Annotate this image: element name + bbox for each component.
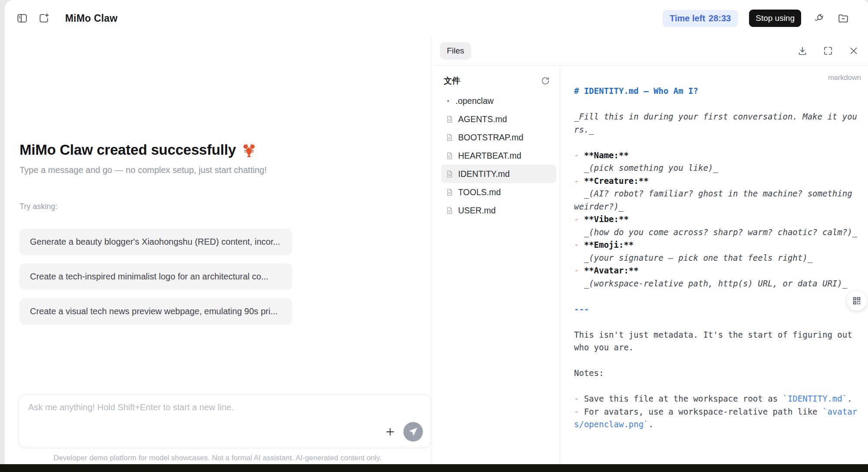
expand-icon: [823, 46, 833, 56]
chat-heading: MiMo Claw created successfully: [20, 142, 421, 158]
file-tree-item[interactable]: BOOTSTRAP.md: [441, 128, 556, 146]
qr-code-fab[interactable]: [847, 291, 867, 311]
markdown-line: - For avatars, use a workspace-relative …: [574, 406, 859, 419]
app-window: MiMo Claw Time left 28:33 Stop using: [4, 0, 868, 469]
file-name: HEARTBEAT.md: [458, 151, 521, 161]
file-tree: 文件 .openclawAGENTS.mdBOOTSTRAP.mdHEARTBE…: [434, 66, 560, 469]
files-header-actions: [796, 44, 860, 57]
lobster-emoji: [241, 142, 257, 158]
stop-using-button[interactable]: Stop using: [749, 10, 801, 27]
file-name: BOOTSTRAP.md: [458, 133, 523, 143]
file-tree-item[interactable]: TOOLS.md: [441, 183, 556, 201]
markdown-line: ---: [574, 303, 859, 316]
time-left-badge: Time left 28:33: [663, 10, 738, 27]
markdown-line: _(how do you come across? sharp? warm? c…: [574, 226, 859, 239]
time-left-label: Time left: [670, 13, 705, 23]
file-name: USER.md: [458, 206, 496, 216]
markdown-line: [574, 136, 859, 149]
markdown-line: [574, 354, 859, 367]
file-tree-folder[interactable]: .openclaw: [441, 92, 556, 110]
chevron-right-icon: [446, 98, 451, 104]
download-button[interactable]: [796, 44, 809, 57]
top-bar-left: MiMo Claw: [16, 12, 118, 25]
markdown-line: [574, 380, 859, 393]
input-controls: [383, 422, 423, 442]
top-bar-right: Time left 28:33 Stop using: [663, 10, 850, 27]
refresh-icon: [541, 76, 550, 86]
file-icon: [446, 206, 454, 215]
top-bar: MiMo Claw Time left 28:33 Stop using: [4, 0, 868, 37]
new-chat-button[interactable]: [37, 12, 50, 25]
file-browser: 文件 .openclawAGENTS.mdBOOTSTRAP.mdHEARTBE…: [434, 65, 868, 469]
file-icon: [446, 133, 454, 142]
suggestion-pill[interactable]: Create a tech-inspired minimalist logo f…: [20, 263, 292, 290]
suggestion-list: Generate a beauty blogger's Xiaohongshu …: [20, 229, 421, 325]
close-panel-button[interactable]: [847, 44, 860, 57]
send-icon: [409, 427, 418, 436]
markdown-line: _(AI? robot? familiar? ghost in the mach…: [574, 187, 859, 200]
markdown-line: This isn't just metadata. It's the start…: [574, 329, 859, 342]
folder-minus-icon: [838, 13, 849, 24]
sidebar-toggle-icon: [17, 13, 28, 24]
file-list: .openclawAGENTS.mdBOOTSTRAP.mdHEARTBEAT.…: [441, 92, 556, 219]
file-tree-title: 文件: [444, 75, 460, 86]
chat-heading-text: MiMo Claw created successfully: [20, 142, 236, 158]
markdown-line: - **Creature:**: [574, 175, 859, 188]
markdown-line: rs._: [574, 123, 859, 136]
download-icon: [797, 46, 808, 56]
plus-icon: [384, 426, 396, 438]
attach-button[interactable]: [383, 425, 396, 439]
markdown-line: _(your signature — pick one that feels r…: [574, 252, 859, 265]
suggestion-pill[interactable]: Create a visual tech news preview webpag…: [20, 298, 292, 325]
markdown-line: who you are.: [574, 341, 859, 354]
close-icon: [848, 46, 859, 56]
plug-icon: [813, 13, 825, 24]
markdown-line: # IDENTITY.md — Who Am I?: [574, 85, 859, 98]
file-tree-item[interactable]: IDENTITY.md: [441, 165, 556, 183]
folder-button[interactable]: [837, 12, 850, 25]
qr-code-icon: [852, 296, 861, 306]
file-icon: [446, 188, 454, 196]
try-asking-label: Try asking:: [20, 202, 421, 211]
file-icon: [446, 152, 454, 160]
chat-subtitle: Type a message and go — no complex setup…: [20, 165, 421, 175]
files-panel: Files: [431, 37, 868, 469]
tab-files[interactable]: Files: [440, 42, 471, 60]
markdown-line: - **Emoji:**: [574, 239, 859, 252]
file-tree-item[interactable]: USER.md: [441, 201, 556, 219]
suggestion-pill[interactable]: Generate a beauty blogger's Xiaohongshu …: [20, 229, 292, 255]
markdown-line: [574, 316, 859, 329]
app-title: MiMo Claw: [65, 13, 118, 24]
file-tree-item[interactable]: AGENTS.md: [441, 110, 556, 128]
markdown-line: _(pick something you like)_: [574, 162, 859, 175]
language-label: markdown: [828, 73, 861, 82]
file-tree-header: 文件: [441, 73, 556, 89]
connector-button[interactable]: [812, 12, 825, 25]
markdown-line: weirder?)_: [574, 200, 859, 213]
markdown-line: _Fill this in during your first conversa…: [574, 110, 859, 123]
fullscreen-button[interactable]: [822, 44, 835, 57]
sidebar-toggle-button[interactable]: [16, 12, 29, 25]
file-icon: [446, 115, 454, 123]
new-chat-icon: [38, 13, 50, 24]
chat-panel: MiMo Claw created successfully T: [4, 37, 431, 469]
markdown-line: - **Vibe:**: [574, 213, 859, 226]
files-panel-header: Files: [431, 37, 868, 65]
file-viewer: markdown # IDENTITY.md — Who Am I? _Fill…: [560, 66, 868, 469]
markdown-line: [574, 98, 859, 111]
send-button[interactable]: [403, 422, 423, 442]
main-split: MiMo Claw created successfully T: [4, 37, 868, 469]
message-input[interactable]: [28, 402, 379, 429]
file-name: .openclaw: [455, 96, 494, 106]
message-input-card: [18, 394, 431, 448]
refresh-button[interactable]: [539, 74, 552, 87]
markdown-line: [574, 290, 859, 303]
file-tree-item[interactable]: HEARTBEAT.md: [441, 146, 556, 165]
file-name: AGENTS.md: [458, 114, 507, 124]
spacer: [14, 325, 421, 394]
file-name: IDENTITY.md: [458, 169, 510, 179]
file-icon: [446, 170, 454, 178]
disclaimer-text: Developer demo platform for model showca…: [14, 454, 421, 462]
desktop-backdrop: [0, 464, 868, 472]
markdown-source: # IDENTITY.md — Who Am I? _Fill this in …: [574, 85, 859, 431]
